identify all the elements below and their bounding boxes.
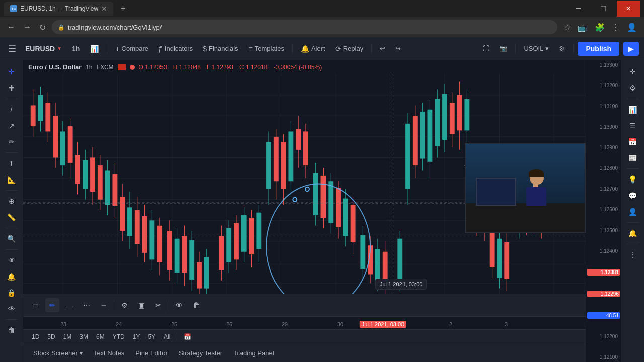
- draw-eye-button[interactable]: 👁: [172, 298, 186, 312]
- settings-gear-button[interactable]: ⚙: [555, 43, 569, 54]
- draw-settings-button[interactable]: ⚙: [117, 298, 131, 312]
- alerts-tool[interactable]: 🔔: [3, 269, 20, 284]
- crosshair-tool[interactable]: ✚: [3, 80, 20, 96]
- tab-stock-screener[interactable]: Stock Screener ▾: [28, 347, 88, 359]
- right-tool-alert[interactable]: 🔔: [624, 226, 641, 241]
- svg-rect-61: [167, 231, 172, 270]
- svg-rect-35: [68, 126, 73, 163]
- profile-btn[interactable]: 👤: [625, 21, 639, 34]
- close-button[interactable]: ✕: [617, 1, 640, 17]
- svg-rect-85: [266, 142, 271, 189]
- indicators-button[interactable]: ƒ Indicators: [154, 43, 197, 55]
- pattern-tool[interactable]: ⊕: [3, 194, 20, 209]
- financials-icon: $: [203, 45, 207, 53]
- tab-trading-panel[interactable]: Trading Panel: [228, 347, 279, 359]
- timeframe-button[interactable]: 1h: [68, 43, 84, 55]
- extensions-btn[interactable]: 🧩: [593, 21, 607, 34]
- tf-1d-button[interactable]: 1D: [28, 332, 43, 342]
- snapshot-button[interactable]: 📷: [495, 43, 511, 54]
- new-tab-button[interactable]: +: [117, 4, 129, 14]
- financials-button[interactable]: $ Financials: [199, 43, 242, 55]
- tf-5y-button[interactable]: 5Y: [144, 332, 159, 342]
- right-tool-cursor[interactable]: ✛: [624, 64, 641, 79]
- right-tool-chat[interactable]: 💬: [624, 188, 641, 203]
- draw-arrow-button[interactable]: →: [97, 298, 111, 312]
- text-tool[interactable]: T: [3, 156, 20, 171]
- right-tool-chart[interactable]: 📊: [624, 102, 641, 117]
- fib-tool[interactable]: 📏: [3, 210, 20, 225]
- tab-pine-editor[interactable]: Pine Editor: [130, 347, 173, 359]
- compare-icon: +: [115, 45, 119, 53]
- tf-ytd-button[interactable]: YTD: [109, 332, 128, 342]
- search-tool[interactable]: 🔍: [3, 231, 20, 246]
- forward-button[interactable]: →: [21, 21, 33, 34]
- tf-all-button[interactable]: All: [160, 332, 174, 342]
- arrow-tool[interactable]: ↗: [3, 118, 20, 133]
- tf-5d-button[interactable]: 5D: [44, 332, 58, 342]
- price-axis: 1.13300 1.13200 1.13100 1.13000 1.12900 …: [586, 60, 621, 362]
- url-text: tradingview.com/chart/GqVI1lyp/: [68, 24, 162, 31]
- right-tool-ideas[interactable]: 💡: [624, 172, 641, 187]
- maximize-button[interactable]: [592, 1, 615, 17]
- live-button[interactable]: ▶: [623, 42, 639, 56]
- tab-close-button[interactable]: ✕: [101, 5, 107, 13]
- right-tool-settings[interactable]: ⚙: [624, 80, 641, 96]
- draw-cut-button[interactable]: ✂: [151, 298, 166, 312]
- menu-button[interactable]: ☰: [5, 40, 19, 57]
- templates-button[interactable]: ≡ Templates: [245, 43, 288, 55]
- tf-3m-button[interactable]: 3M: [76, 332, 92, 342]
- tf-6m-button[interactable]: 6M: [93, 332, 108, 342]
- price-level-2: 1.13200: [587, 83, 620, 88]
- tf-calendar-button[interactable]: 📅: [180, 332, 195, 342]
- left-separator-1: [6, 99, 18, 99]
- minimize-button[interactable]: [567, 1, 590, 17]
- draw-delete-button[interactable]: 🗑: [189, 298, 203, 312]
- right-tool-profile[interactable]: 👤: [624, 204, 641, 219]
- tv-icon-btn[interactable]: 📺: [576, 21, 590, 34]
- line-tool[interactable]: /: [3, 102, 20, 117]
- back-button[interactable]: ←: [5, 21, 17, 34]
- bar-style-button[interactable]: 📊: [86, 43, 103, 55]
- redo-button[interactable]: ↪: [391, 43, 405, 54]
- compare-button[interactable]: + Compare: [111, 43, 152, 55]
- settings-btn[interactable]: ⋮: [610, 21, 622, 34]
- instrument-selector[interactable]: USOIL ▾: [520, 43, 553, 54]
- browser-nav-bar: ← → ↻ 🔒 tradingview.com/chart/GqVI1lyp/ …: [0, 17, 644, 37]
- tradingview-app: ☰ EURUSD ▼ 1h 📊 + Compare ƒ Indicators $…: [0, 37, 644, 362]
- draw-line-button[interactable]: —: [62, 298, 76, 312]
- eye-tool[interactable]: 👁: [3, 301, 20, 316]
- alert-button[interactable]: 🔔 Alert: [297, 43, 329, 55]
- right-tool-watchlist[interactable]: ☰: [624, 118, 641, 133]
- draw-rect-button[interactable]: ▭: [28, 298, 42, 312]
- refresh-button[interactable]: ↻: [37, 21, 48, 34]
- instrument-dropdown-icon: ▾: [545, 45, 549, 52]
- tf-1m-button[interactable]: 1M: [60, 332, 75, 342]
- address-bar[interactable]: 🔒 tradingview.com/chart/GqVI1lyp/: [52, 20, 557, 34]
- measure-tool[interactable]: 📐: [3, 172, 20, 187]
- svg-rect-136: [464, 99, 469, 130]
- tf-1y-button[interactable]: 1Y: [129, 332, 144, 342]
- tab-strategy-tester[interactable]: Strategy Tester: [174, 347, 227, 359]
- replay-button[interactable]: ⟳ Replay: [331, 43, 367, 55]
- tab-text-notes[interactable]: Text Notes: [89, 347, 129, 359]
- lock-tool[interactable]: 🔒: [3, 285, 20, 300]
- bookmark-button[interactable]: ☆: [561, 21, 573, 34]
- publish-button[interactable]: Publish: [578, 42, 619, 56]
- draw-pencil-button[interactable]: ✏: [45, 298, 59, 312]
- browser-tab[interactable]: TV EURUSD, 1h — TradingView ✕: [4, 2, 113, 16]
- draw-dotted-button[interactable]: ⋯: [79, 298, 94, 312]
- cursor-tool[interactable]: ✛: [3, 64, 20, 79]
- right-tool-calendar[interactable]: 📅: [624, 134, 641, 149]
- pencil-tool[interactable]: ✏: [3, 134, 20, 149]
- low-value: L 1.12293: [207, 64, 233, 71]
- symbol-selector[interactable]: EURUSD ▼: [21, 43, 66, 55]
- svg-rect-103: [336, 188, 341, 227]
- fullscreen-button[interactable]: ⛶: [478, 43, 493, 54]
- watchlist-tool[interactable]: 👁: [3, 253, 20, 268]
- trash-tool[interactable]: 🗑: [3, 323, 20, 338]
- right-tool-news[interactable]: 📰: [624, 150, 641, 165]
- svg-rect-63: [175, 239, 180, 273]
- undo-button[interactable]: ↩: [376, 43, 389, 54]
- draw-shape-button[interactable]: ▣: [134, 298, 148, 312]
- right-tool-more[interactable]: ⋮: [624, 247, 641, 262]
